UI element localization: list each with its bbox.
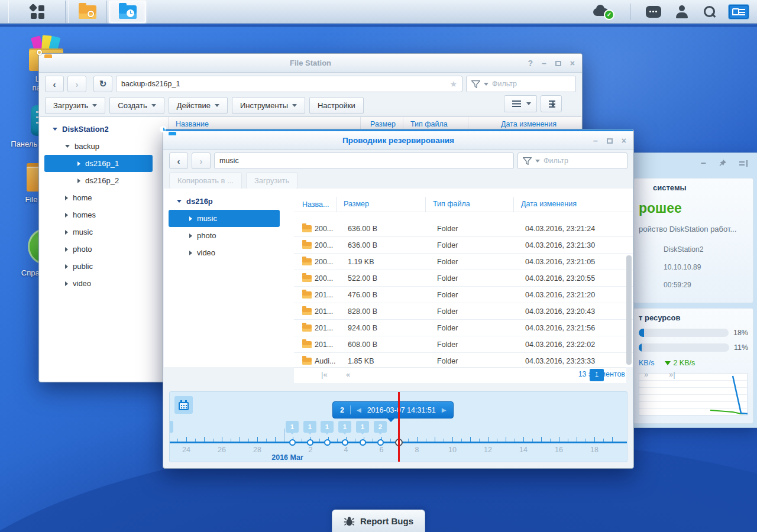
tooltip-next-icon[interactable]: ▶ [442, 407, 447, 413]
tree-item[interactable]: homes [44, 206, 153, 223]
taskbar-file-station-button[interactable] [68, 1, 107, 23]
user-menu-icon[interactable] [675, 5, 688, 18]
tree-item[interactable]: backup [44, 138, 153, 155]
breadcrumb[interactable]: backup › ds216p_1 ★ [116, 76, 462, 92]
sort-button[interactable] [541, 95, 562, 112]
pilot-view-icon[interactable] [729, 5, 749, 19]
tree-arrow-icon[interactable] [65, 145, 70, 148]
table-row[interactable]: 200... 1.19 KB Folder 04.03.2016, 23:21:… [294, 254, 633, 270]
toolbar-button[interactable]: Загрузить [45, 97, 105, 114]
tooltip-prev-icon[interactable]: ◀ [357, 407, 361, 413]
tree-item[interactable]: ds216p_2 [44, 172, 153, 189]
tree-item[interactable]: ds216p [169, 193, 280, 210]
column-header-type[interactable]: Тип файла [425, 197, 513, 212]
snapshot-dot-icon[interactable] [377, 439, 384, 446]
table-row[interactable]: Audi... 1.85 KB Folder 04.03.2016, 23:23… [294, 353, 633, 367]
tree-arrow-icon[interactable] [53, 128, 57, 131]
tree-item[interactable]: video [169, 244, 280, 261]
back-button[interactable]: ‹ [169, 153, 188, 169]
report-bugs-button[interactable]: Report Bugs [332, 510, 425, 532]
help-button[interactable]: ? [528, 59, 533, 68]
tree-arrow-icon[interactable] [177, 200, 182, 203]
minimize-button[interactable]: – [542, 59, 546, 68]
forward-button[interactable]: › [192, 153, 211, 169]
favorite-star-icon[interactable]: ★ [449, 79, 457, 89]
table-row[interactable]: 200... 636.00 B Folder 04.03.2016, 23:21… [294, 237, 633, 254]
tree-item[interactable]: public [44, 258, 153, 275]
table-row[interactable]: 200... 636.00 B Folder 04.03.2016, 23:21… [294, 220, 633, 237]
first-page-icon[interactable]: |« [321, 370, 328, 379]
table-row[interactable]: 201... 828.00 B Folder 04.03.2016, 23:20… [294, 303, 633, 320]
table-row[interactable]: 201... 608.00 B Folder 04.03.2016, 23:22… [294, 336, 633, 353]
tree-item[interactable]: DiskStation2 [44, 121, 153, 138]
maximize-button[interactable] [607, 138, 613, 144]
prev-page-icon[interactable]: « [346, 370, 350, 379]
tree-arrow-icon[interactable] [77, 179, 80, 183]
taskbar-backup-explorer-button[interactable] [109, 1, 146, 23]
backup-timeline[interactable]: 1 1 1 1 [169, 391, 627, 462]
column-header-date[interactable]: Дата изменения [513, 197, 619, 212]
last-page-icon[interactable]: »| [669, 370, 675, 379]
close-button[interactable]: × [622, 136, 626, 145]
toolbar-button[interactable]: Создать [109, 97, 164, 114]
tree-item[interactable]: music [169, 210, 280, 227]
column-header-name[interactable]: Название [169, 120, 360, 128]
maximize-button[interactable] [555, 61, 561, 66]
tree-arrow-icon[interactable] [189, 251, 192, 255]
collapse-panel-icon[interactable] [739, 160, 748, 167]
minimize-button[interactable]: – [593, 136, 598, 145]
toolbar-button[interactable]: Настройки [309, 97, 364, 114]
tree-arrow-icon[interactable] [189, 216, 192, 221]
tree-arrow-icon[interactable] [65, 213, 68, 218]
breadcrumb-root[interactable]: backup [121, 80, 145, 88]
table-row[interactable]: 200... 522.00 B Folder 04.03.2016, 23:20… [294, 270, 633, 287]
refresh-button[interactable]: ↻ [93, 76, 112, 92]
tree-item[interactable]: photo [169, 227, 280, 244]
calendar-button[interactable] [174, 396, 193, 414]
cpu-percent: 18% [733, 329, 748, 337]
tree-item[interactable]: photo [44, 241, 153, 258]
back-button[interactable]: ‹ [45, 76, 64, 92]
next-page-icon[interactable]: » [644, 370, 648, 379]
column-header-name[interactable]: Назва... [294, 200, 336, 209]
toolbar-button[interactable]: Действие [169, 97, 228, 114]
column-header-size[interactable]: Размер [336, 197, 425, 212]
timeline-cursor-line[interactable] [398, 392, 400, 462]
tree-arrow-icon[interactable] [65, 247, 68, 252]
pin-icon[interactable] [719, 159, 727, 167]
table-row[interactable]: 201... 476.00 B Folder 04.03.2016, 23:21… [294, 287, 633, 303]
search-icon[interactable] [703, 5, 716, 18]
tree-item[interactable]: music [44, 223, 153, 241]
action-button[interactable]: Копировать в ... [169, 172, 242, 189]
filter-input[interactable]: Фильтр [466, 76, 576, 92]
snapshot-dot-icon[interactable] [289, 439, 296, 446]
notifications-icon[interactable] [646, 6, 661, 18]
tree-arrow-icon[interactable] [189, 233, 192, 238]
widget-minimize-button[interactable]: – [701, 158, 706, 168]
close-button[interactable]: × [570, 59, 575, 68]
main-menu-button[interactable] [8, 1, 66, 23]
file-station-titlebar[interactable]: File Station ? – × [39, 54, 582, 73]
tree-arrow-icon[interactable] [65, 196, 68, 200]
snapshot-dot-icon[interactable] [307, 439, 313, 446]
view-mode-caret-button[interactable] [521, 95, 537, 112]
snapshot-dot-icon[interactable] [342, 439, 348, 446]
backup-explorer-titlebar[interactable]: Проводник резервирования – × [163, 131, 633, 150]
tree-item[interactable]: home [44, 189, 153, 206]
snapshot-dot-icon[interactable] [324, 439, 331, 446]
tree-arrow-icon[interactable] [65, 281, 68, 286]
tree-item[interactable]: video [44, 275, 153, 292]
cloud-sync-icon[interactable] [593, 5, 614, 19]
tree-arrow-icon[interactable] [65, 264, 68, 269]
toolbar-button[interactable]: Инструменты [232, 97, 305, 114]
tree-arrow-icon[interactable] [77, 161, 80, 166]
filter-input[interactable]: Фильтр [517, 153, 627, 169]
tree-item[interactable]: ds216p_1 [44, 155, 153, 172]
table-scrollbar[interactable] [626, 255, 632, 365]
snapshot-dot-icon[interactable] [360, 439, 366, 446]
forward-button[interactable]: › [67, 76, 86, 92]
tree-arrow-icon[interactable] [65, 230, 68, 235]
table-row[interactable]: 201... 924.00 B Folder 04.03.2016, 23:21… [294, 320, 633, 336]
path-input[interactable] [214, 153, 514, 169]
action-button[interactable]: Загрузить [246, 172, 297, 189]
